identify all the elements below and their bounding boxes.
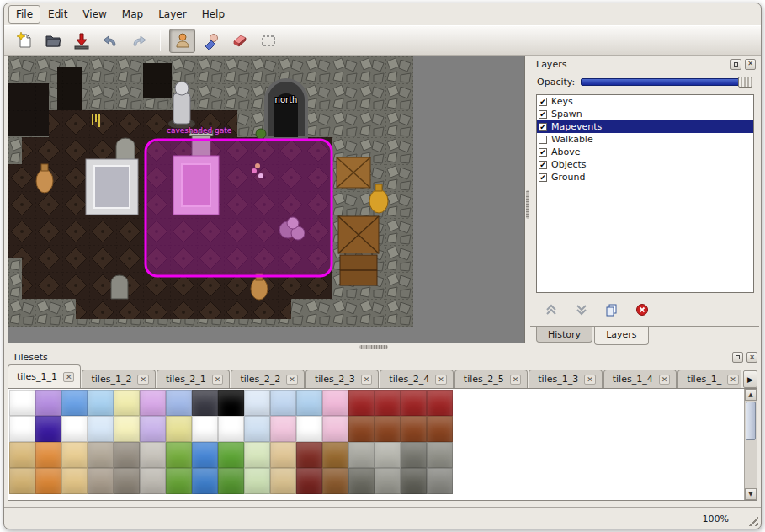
tileset-tile[interactable] <box>322 468 348 494</box>
splitter-grip[interactable] <box>526 190 529 219</box>
tab-close-icon[interactable]: ✕ <box>212 375 224 385</box>
tileset-tile[interactable] <box>218 468 244 494</box>
layer-visible-checkbox[interactable]: ✔ <box>539 161 547 169</box>
layer-visible-checkbox[interactable]: ✔ <box>539 123 547 131</box>
tileset-tile[interactable] <box>35 468 61 494</box>
tileset-tab-tiles_1_1[interactable]: tiles_1_1✕ <box>8 364 81 388</box>
tab-close-icon[interactable]: ✕ <box>584 375 596 385</box>
tab-scroll-right-button[interactable]: ▶ <box>743 370 757 388</box>
tab-close-icon[interactable]: ✕ <box>361 375 373 385</box>
tileset-tab-tiles_1_4[interactable]: tiles_1_4✕ <box>603 370 677 388</box>
tileset-tile[interactable] <box>270 390 296 416</box>
tileset-tile[interactable] <box>218 442 244 468</box>
tileset-tile[interactable] <box>244 416 270 442</box>
tileset-tile[interactable] <box>375 416 401 442</box>
map-canvas[interactable]: north <box>8 56 525 343</box>
tileset-tile[interactable] <box>427 468 453 494</box>
tileset-tile[interactable] <box>427 442 453 468</box>
tileset-tile[interactable] <box>322 390 348 416</box>
save-map-button[interactable] <box>68 29 94 53</box>
tileset-tile[interactable] <box>296 442 322 468</box>
brush-tool-button[interactable] <box>198 29 224 53</box>
tileset-tile[interactable] <box>348 416 375 442</box>
tileset-tile[interactable] <box>192 416 218 442</box>
tileset-tile[interactable] <box>375 468 401 494</box>
tileset-tab-tiles_1_[interactable]: tiles_1_✕ <box>677 370 741 388</box>
layer-move-up-button[interactable] <box>543 302 560 317</box>
layer-row-ground[interactable]: ✔Ground <box>537 171 753 184</box>
tab-close-icon[interactable]: ✕ <box>435 375 447 385</box>
menu-item-file[interactable]: File <box>8 5 40 24</box>
layer-move-down-button[interactable] <box>573 302 590 317</box>
splitter-grip[interactable] <box>359 345 388 349</box>
tileset-tile[interactable] <box>114 416 140 442</box>
tileset-tile[interactable] <box>192 468 218 494</box>
tileset-tile[interactable] <box>192 442 218 468</box>
panel-tab-history[interactable]: History <box>536 327 592 343</box>
tileset-tab-tiles_2_4[interactable]: tiles_2_4✕ <box>380 370 453 388</box>
new-map-button[interactable] <box>11 29 37 53</box>
tileset-tile[interactable] <box>427 390 453 416</box>
tileset-tile[interactable] <box>348 468 375 494</box>
tileset-tile[interactable] <box>88 416 114 442</box>
tileset-tile[interactable] <box>88 390 114 416</box>
layer-row-spawn[interactable]: ✔Spawn <box>537 108 753 120</box>
tileset-tile[interactable] <box>88 468 114 494</box>
tileset-tab-tiles_1_3[interactable]: tiles_1_3✕ <box>529 370 602 388</box>
tileset-tile[interactable] <box>61 416 88 442</box>
tileset-tile[interactable] <box>166 416 192 442</box>
detach-panel-button[interactable] <box>732 352 743 363</box>
layer-row-above[interactable]: ✔Above <box>537 146 753 158</box>
tab-close-icon[interactable]: ✕ <box>727 375 739 385</box>
tileset-tile[interactable] <box>9 390 35 416</box>
tileset-tile[interactable] <box>35 416 61 442</box>
map-selection-rect[interactable] <box>146 140 332 276</box>
layer-visible-checkbox[interactable]: ✔ <box>539 98 547 106</box>
tileset-tile[interactable] <box>218 390 244 416</box>
tileset-tile[interactable] <box>296 390 322 416</box>
tileset-tile[interactable] <box>192 390 218 416</box>
tileset-tile[interactable] <box>140 468 166 494</box>
tileset-scrollbar[interactable]: ▲ ▼ <box>744 389 757 500</box>
select-tool-button[interactable] <box>255 29 281 53</box>
open-map-button[interactable] <box>40 29 66 53</box>
tileset-tile[interactable] <box>35 390 61 416</box>
layer-visible-checkbox[interactable]: ✔ <box>539 110 547 119</box>
tileset-tile[interactable] <box>166 442 192 468</box>
tileset-tile[interactable] <box>88 442 114 468</box>
tileset-tab-tiles_2_1[interactable]: tiles_2_1✕ <box>157 370 230 388</box>
tileset-tile[interactable] <box>322 442 348 468</box>
tileset-tile[interactable] <box>348 390 375 416</box>
tileset-tile[interactable] <box>401 390 427 416</box>
tileset-tab-tiles_2_5[interactable]: tiles_2_5✕ <box>454 370 528 388</box>
menu-item-help[interactable]: Help <box>194 5 232 24</box>
menu-item-layer[interactable]: Layer <box>151 5 194 24</box>
tab-close-icon[interactable]: ✕ <box>286 375 298 385</box>
layer-visible-checkbox[interactable]: ✔ <box>539 173 547 182</box>
tileset-tile[interactable] <box>114 442 140 468</box>
tileset-tile[interactable] <box>401 468 427 494</box>
tab-close-icon[interactable]: ✕ <box>510 375 522 385</box>
layer-row-walkable[interactable]: Walkable <box>537 133 753 146</box>
tileset-tile[interactable] <box>270 468 296 494</box>
close-panel-button[interactable]: ✕ <box>746 352 757 363</box>
tileset-tile[interactable] <box>166 390 192 416</box>
tileset-tile[interactable] <box>296 468 322 494</box>
stamp-tool-button[interactable] <box>169 29 195 53</box>
detach-panel-button[interactable] <box>730 59 741 70</box>
tileset-tile[interactable] <box>296 416 322 442</box>
redo-button[interactable] <box>125 29 151 53</box>
panel-tab-layers[interactable]: Layers <box>594 327 648 345</box>
tileset-tile[interactable] <box>61 442 88 468</box>
opacity-slider[interactable] <box>581 77 752 88</box>
layer-visible-checkbox[interactable] <box>539 136 547 144</box>
tileset-tile[interactable] <box>375 390 401 416</box>
tileset-tile[interactable] <box>140 442 166 468</box>
tileset-tile[interactable] <box>61 468 88 494</box>
tileset-tile[interactable] <box>114 468 140 494</box>
tileset-tile[interactable] <box>9 442 35 468</box>
layer-row-objects[interactable]: ✔Objects <box>537 158 753 171</box>
tileset-tile[interactable] <box>9 468 35 494</box>
tileset-tile[interactable] <box>9 416 35 442</box>
tab-close-icon[interactable]: ✕ <box>659 375 671 385</box>
